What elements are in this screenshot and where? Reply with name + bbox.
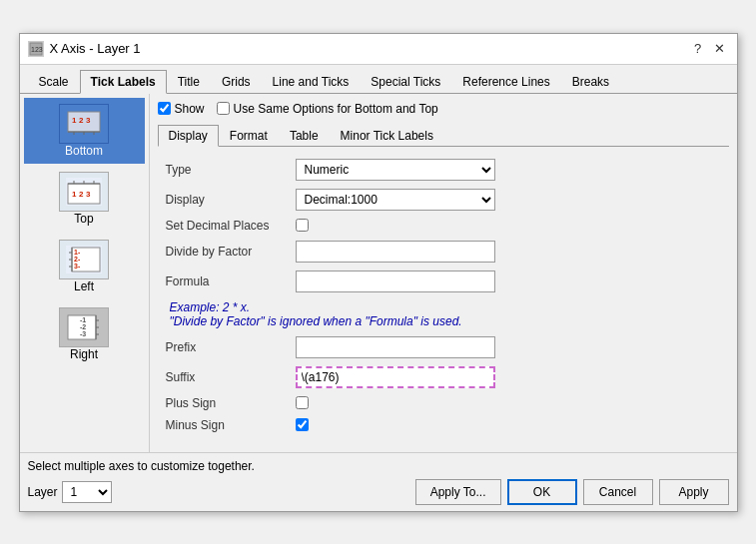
- svg-text:2: 2: [79, 190, 84, 199]
- subtab-minor-tick-labels[interactable]: Minor Tick Labels: [330, 125, 444, 147]
- show-checkbox-label[interactable]: Show: [158, 102, 205, 116]
- subtab-table[interactable]: Table: [279, 125, 330, 147]
- minus-sign-checkbox[interactable]: [296, 418, 309, 431]
- ok-button[interactable]: OK: [507, 479, 577, 505]
- apply-button[interactable]: Apply: [659, 479, 729, 505]
- tab-tick-labels[interactable]: Tick Labels: [80, 70, 167, 94]
- layer-label: Layer: [28, 485, 58, 499]
- close-button[interactable]: ✕: [711, 40, 729, 58]
- svg-text:1: 1: [72, 116, 77, 125]
- display-select[interactable]: Decimal:1000 Decimal:100 Scientific: [296, 189, 495, 211]
- show-checkbox[interactable]: [158, 102, 171, 115]
- display-row: Display Decimal:1000 Decimal:100 Scienti…: [166, 189, 721, 211]
- formula-label: Formula: [166, 274, 296, 288]
- example-line2: "Divide by Factor" is ignored when a "Fo…: [170, 314, 721, 328]
- minus-sign-label: Minus Sign: [166, 418, 296, 432]
- main-tabs: Scale Tick Labels Title Grids Line and T…: [20, 65, 737, 94]
- divide-by-factor-row: Divide by Factor: [166, 241, 721, 263]
- subtab-display[interactable]: Display: [158, 125, 219, 147]
- tab-scale[interactable]: Scale: [28, 70, 80, 94]
- formula-input[interactable]: [296, 271, 495, 292]
- button-group: Apply To... OK Cancel Apply: [415, 479, 729, 505]
- show-label: Show: [175, 102, 205, 116]
- svg-text:2-: 2-: [74, 256, 81, 263]
- svg-text:3: 3: [86, 190, 91, 199]
- dialog: 123 X Axis - Layer 1 ? ✕ Scale Tick Labe…: [19, 33, 738, 512]
- plus-sign-row: Plus Sign: [166, 396, 721, 410]
- svg-text:-1: -1: [80, 316, 86, 323]
- set-decimal-checkbox[interactable]: [296, 219, 309, 232]
- sub-tabs: Display Format Table Minor Tick Labels: [158, 124, 729, 147]
- title-controls: ? ✕: [689, 40, 729, 58]
- sidebar-item-left[interactable]: 1- 2- 3- Left: [24, 234, 145, 299]
- layer-row: Layer 1 2 3: [28, 481, 112, 503]
- svg-text:3: 3: [86, 116, 91, 125]
- formula-row: Formula: [166, 271, 721, 292]
- right-content: Show Use Same Options for Bottom and Top…: [150, 94, 737, 452]
- suffix-label: Suffix: [166, 370, 296, 384]
- prefix-row: Prefix: [166, 336, 721, 358]
- set-decimal-label: Set Decimal Places: [166, 219, 296, 233]
- sidebar-label-bottom: Bottom: [65, 144, 103, 158]
- dialog-icon: 123: [28, 41, 44, 57]
- bottom-icon: 1 2 3: [59, 104, 109, 144]
- svg-text:1: 1: [72, 190, 77, 199]
- tab-reference-lines[interactable]: Reference Lines: [451, 70, 560, 94]
- left-icon: 1- 2- 3-: [59, 240, 109, 279]
- example-text: Example: 2 * x. "Divide by Factor" is ig…: [166, 300, 721, 328]
- set-decimal-row: Set Decimal Places: [166, 219, 721, 233]
- suffix-row: Suffix: [166, 366, 721, 388]
- same-options-text: Use Same Options for Bottom and Top: [234, 102, 438, 116]
- sidebar-item-bottom[interactable]: 1 2 3 Bottom: [24, 98, 145, 164]
- bottom-controls: Layer 1 2 3 Apply To... OK Cancel Apply: [28, 479, 729, 505]
- subtab-format[interactable]: Format: [219, 125, 279, 147]
- same-options-label[interactable]: Use Same Options for Bottom and Top: [217, 102, 438, 116]
- type-select[interactable]: Numeric Text Date/Time: [296, 159, 495, 181]
- sidebar-item-top[interactable]: 1 2 3 Top: [24, 166, 145, 232]
- sidebar-label-top: Top: [74, 212, 93, 226]
- example-line1: Example: 2 * x.: [170, 300, 721, 314]
- plus-sign-label: Plus Sign: [166, 396, 296, 410]
- minus-sign-row: Minus Sign: [166, 418, 721, 432]
- svg-text:-2: -2: [80, 323, 86, 330]
- tab-breaks[interactable]: Breaks: [561, 70, 620, 94]
- title-bar-left: 123 X Axis - Layer 1: [28, 41, 141, 57]
- tab-grids[interactable]: Grids: [211, 70, 262, 94]
- cancel-button[interactable]: Cancel: [583, 479, 653, 505]
- type-label: Type: [166, 163, 296, 177]
- svg-text:123: 123: [31, 46, 43, 53]
- dialog-title: X Axis - Layer 1: [50, 41, 141, 56]
- sidebar-item-right[interactable]: -1 -2 -3 Right: [24, 301, 145, 367]
- help-button[interactable]: ?: [689, 40, 707, 58]
- svg-text:1-: 1-: [74, 249, 81, 256]
- tab-line-and-ticks[interactable]: Line and Ticks: [262, 70, 361, 94]
- sidebar: 1 2 3 Bottom: [20, 94, 150, 452]
- divide-by-factor-label: Divide by Factor: [166, 245, 296, 259]
- svg-text:-3: -3: [80, 330, 86, 337]
- svg-text:2: 2: [79, 116, 84, 125]
- apply-to-button[interactable]: Apply To...: [415, 479, 501, 505]
- same-options-checkbox[interactable]: [217, 102, 230, 115]
- tab-special-ticks[interactable]: Special Ticks: [360, 70, 451, 94]
- plus-sign-checkbox[interactable]: [296, 396, 309, 409]
- form-area: Type Numeric Text Date/Time Display Deci…: [158, 155, 729, 444]
- top-icon: 1 2 3: [59, 172, 109, 212]
- status-text: Select multiple axes to customize togeth…: [28, 459, 729, 473]
- bottom-bar: Select multiple axes to customize togeth…: [20, 452, 737, 511]
- layer-select[interactable]: 1 2 3: [62, 481, 112, 503]
- right-icon: -1 -2 -3: [59, 307, 109, 347]
- display-label: Display: [166, 193, 296, 207]
- content-area: 1 2 3 Bottom: [20, 94, 737, 452]
- divide-by-factor-input[interactable]: [296, 241, 495, 263]
- top-options: Show Use Same Options for Bottom and Top: [158, 102, 729, 116]
- prefix-label: Prefix: [166, 340, 296, 354]
- suffix-input[interactable]: [296, 366, 495, 388]
- sidebar-label-right: Right: [70, 347, 98, 361]
- type-row: Type Numeric Text Date/Time: [166, 159, 721, 181]
- title-bar: 123 X Axis - Layer 1 ? ✕: [20, 34, 737, 65]
- svg-text:3-: 3-: [74, 263, 81, 270]
- tab-title[interactable]: Title: [167, 70, 211, 94]
- sidebar-label-left: Left: [74, 279, 94, 293]
- prefix-input[interactable]: [296, 336, 495, 358]
